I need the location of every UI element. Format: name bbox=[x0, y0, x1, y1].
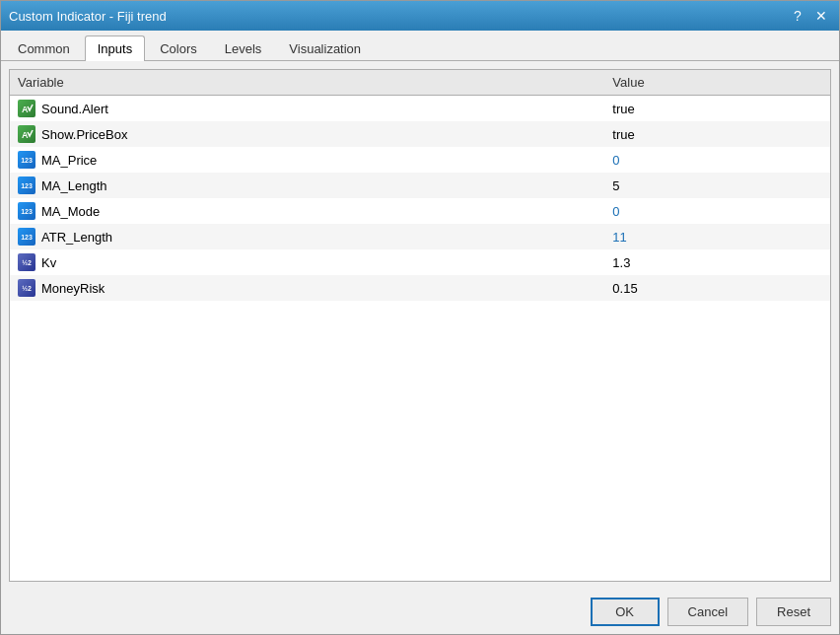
variable-cell: 123MA_Length bbox=[10, 173, 604, 198]
int-icon: 123 bbox=[18, 151, 35, 169]
help-button[interactable]: ? bbox=[788, 6, 807, 26]
col-value-header: Value bbox=[604, 70, 830, 96]
reset-button[interactable]: Reset bbox=[756, 598, 831, 626]
tab-inputs[interactable]: Inputs bbox=[85, 35, 145, 61]
main-window: Custom Indicator - Fiji trend ? ✕ Common… bbox=[0, 0, 840, 635]
value-cell: 0.15 bbox=[604, 275, 830, 301]
variable-name: MA_Mode bbox=[41, 204, 100, 219]
table-row[interactable]: 123ATR_Length11 bbox=[10, 224, 830, 249]
variable-cell: 123ATR_Length bbox=[10, 224, 604, 249]
table-row[interactable]: ASound.Alerttrue bbox=[10, 96, 830, 122]
table-row[interactable]: 123MA_Length5 bbox=[10, 173, 830, 198]
tab-common[interactable]: Common bbox=[5, 35, 83, 61]
window-title: Custom Indicator - Fiji trend bbox=[9, 9, 167, 24]
variable-cell: ASound.Alert bbox=[10, 96, 604, 122]
table-row[interactable]: 123MA_Mode0 bbox=[10, 198, 830, 224]
int-icon: 123 bbox=[18, 202, 35, 220]
tab-colors[interactable]: Colors bbox=[147, 35, 210, 61]
value-cell: 5 bbox=[604, 173, 830, 198]
footer: OK Cancel Reset bbox=[1, 590, 839, 634]
tab-bar: CommonInputsColorsLevelsVisualization bbox=[1, 31, 839, 61]
variable-name: Sound.Alert bbox=[41, 102, 108, 116]
table-wrapper: Variable Value ASound.AlerttrueAShow.Pri… bbox=[9, 69, 831, 582]
value-cell: 11 bbox=[604, 224, 830, 249]
value-cell: 0 bbox=[604, 147, 830, 173]
cancel-button[interactable]: Cancel bbox=[667, 598, 748, 626]
variable-name: MA_Length bbox=[41, 178, 107, 193]
int-icon: 123 bbox=[18, 228, 35, 246]
variable-name: MA_Price bbox=[41, 153, 97, 168]
variables-table: Variable Value ASound.AlerttrueAShow.Pri… bbox=[10, 70, 830, 301]
table-row[interactable]: 123MA_Price0 bbox=[10, 147, 830, 173]
svg-text:A: A bbox=[22, 130, 29, 140]
value-cell: true bbox=[604, 96, 830, 122]
variable-cell: 123MA_Price bbox=[10, 147, 604, 173]
variable-name: Show.PriceBox bbox=[41, 127, 127, 142]
table-row[interactable]: AShow.PriceBoxtrue bbox=[10, 121, 830, 147]
bool-icon: A bbox=[18, 125, 35, 143]
content-area: Variable Value ASound.AlerttrueAShow.Pri… bbox=[1, 61, 839, 590]
tab-levels[interactable]: Levels bbox=[212, 35, 275, 61]
variable-cell: AShow.PriceBox bbox=[10, 121, 604, 147]
ok-button[interactable]: OK bbox=[591, 598, 660, 626]
svg-text:A: A bbox=[22, 105, 29, 114]
table-row[interactable]: ½2MoneyRisk0.15 bbox=[10, 275, 830, 301]
variable-cell: ½2MoneyRisk bbox=[10, 275, 604, 301]
table-row[interactable]: ½2Kv1.3 bbox=[10, 249, 830, 275]
title-bar: Custom Indicator - Fiji trend ? ✕ bbox=[1, 1, 839, 31]
double-icon: ½2 bbox=[18, 279, 35, 297]
value-cell: true bbox=[604, 121, 830, 147]
variable-name: Kv bbox=[41, 255, 56, 270]
close-button[interactable]: ✕ bbox=[811, 6, 831, 26]
int-icon: 123 bbox=[18, 176, 35, 194]
value-cell: 0 bbox=[604, 198, 830, 224]
variable-name: ATR_Length bbox=[41, 230, 112, 245]
col-variable-header: Variable bbox=[10, 70, 604, 96]
variable-cell: ½2Kv bbox=[10, 249, 604, 275]
variable-name: MoneyRisk bbox=[41, 281, 105, 296]
double-icon: ½2 bbox=[18, 253, 35, 271]
variable-cell: 123MA_Mode bbox=[10, 198, 604, 224]
value-cell: 1.3 bbox=[604, 249, 830, 275]
title-controls: ? ✕ bbox=[788, 6, 831, 26]
bool-icon: A bbox=[18, 100, 35, 117]
tab-visualization[interactable]: Visualization bbox=[276, 35, 374, 61]
